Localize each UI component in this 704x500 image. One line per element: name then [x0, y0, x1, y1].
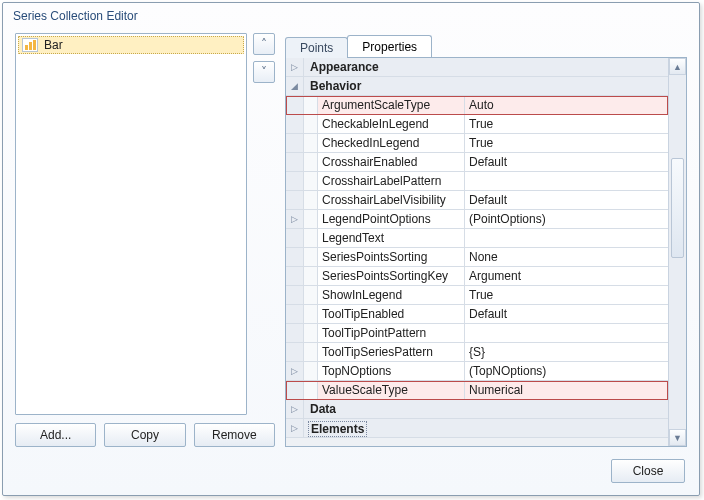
- expand-icon[interactable]: ▷: [286, 58, 304, 76]
- property-panel: Points Properties ▷ Appearance ◢ Behavio…: [285, 33, 687, 447]
- dialog-title: Series Collection Editor: [3, 3, 699, 33]
- series-listbox[interactable]: Bar: [15, 33, 247, 415]
- prop-top-n-options[interactable]: ▷ TopNOptions (TopNOptions): [286, 362, 668, 381]
- series-list-panel: Bar ˄ ˅ Add... Copy Remove: [15, 33, 275, 447]
- property-grid-scrollbar[interactable]: ▲ ▼: [668, 58, 686, 446]
- series-list-item-label: Bar: [44, 38, 63, 52]
- prop-show-in-legend[interactable]: ShowInLegend True: [286, 286, 668, 305]
- category-behavior[interactable]: ◢ Behavior: [286, 77, 668, 96]
- scroll-thumb[interactable]: [671, 158, 684, 258]
- reorder-buttons: ˄ ˅: [253, 33, 275, 415]
- prop-value-scale-type[interactable]: ValueScaleType Numerical: [286, 381, 668, 400]
- category-data[interactable]: ▷ Data: [286, 400, 668, 419]
- dialog-body: Bar ˄ ˅ Add... Copy Remove Points Proper…: [3, 33, 699, 447]
- expand-icon[interactable]: ▷: [286, 362, 304, 380]
- scroll-down-button[interactable]: ▼: [669, 429, 686, 446]
- prop-tooltip-series-pattern[interactable]: ToolTipSeriesPattern {S}: [286, 343, 668, 362]
- collapse-icon[interactable]: ◢: [286, 77, 304, 95]
- series-collection-editor-dialog: Series Collection Editor Bar ˄ ˅ Add... …: [2, 2, 700, 496]
- expand-icon[interactable]: ▷: [286, 210, 304, 228]
- prop-checkable-in-legend[interactable]: CheckableInLegend True: [286, 115, 668, 134]
- tab-properties[interactable]: Properties: [347, 35, 432, 57]
- series-list-item[interactable]: Bar: [18, 36, 244, 54]
- expand-icon[interactable]: ▷: [286, 400, 304, 418]
- prop-argument-scale-type[interactable]: ArgumentScaleType Auto: [286, 96, 668, 115]
- property-grid: ▷ Appearance ◢ Behavior ArgumentScaleTyp…: [285, 57, 687, 447]
- prop-crosshair-label-pattern[interactable]: CrosshairLabelPattern: [286, 172, 668, 191]
- prop-checked-in-legend[interactable]: CheckedInLegend True: [286, 134, 668, 153]
- add-button[interactable]: Add...: [15, 423, 96, 447]
- prop-series-points-sorting-key[interactable]: SeriesPointsSortingKey Argument: [286, 267, 668, 286]
- bar-chart-icon: [22, 38, 38, 52]
- dialog-footer: Close: [3, 447, 699, 495]
- category-elements[interactable]: ▷ Elements: [286, 419, 668, 438]
- prop-tooltip-enabled[interactable]: ToolTipEnabled Default: [286, 305, 668, 324]
- category-appearance[interactable]: ▷ Appearance: [286, 58, 668, 77]
- remove-button[interactable]: Remove: [194, 423, 275, 447]
- move-up-button[interactable]: ˄: [253, 33, 275, 55]
- move-down-button[interactable]: ˅: [253, 61, 275, 83]
- scroll-up-button[interactable]: ▲: [669, 58, 686, 75]
- prop-tooltip-point-pattern[interactable]: ToolTipPointPattern: [286, 324, 668, 343]
- close-button[interactable]: Close: [611, 459, 685, 483]
- prop-legend-text[interactable]: LegendText: [286, 229, 668, 248]
- tabstrip: Points Properties: [285, 33, 687, 57]
- expand-icon[interactable]: ▷: [286, 419, 304, 437]
- tab-points[interactable]: Points: [285, 37, 348, 58]
- chevron-up-icon: ˄: [261, 38, 267, 50]
- prop-crosshair-label-visibility[interactable]: CrosshairLabelVisibility Default: [286, 191, 668, 210]
- prop-series-points-sorting[interactable]: SeriesPointsSorting None: [286, 248, 668, 267]
- prop-crosshair-enabled[interactable]: CrosshairEnabled Default: [286, 153, 668, 172]
- prop-legend-point-options[interactable]: ▷ LegendPointOptions (PointOptions): [286, 210, 668, 229]
- chevron-down-icon: ˅: [261, 66, 267, 78]
- copy-button[interactable]: Copy: [104, 423, 185, 447]
